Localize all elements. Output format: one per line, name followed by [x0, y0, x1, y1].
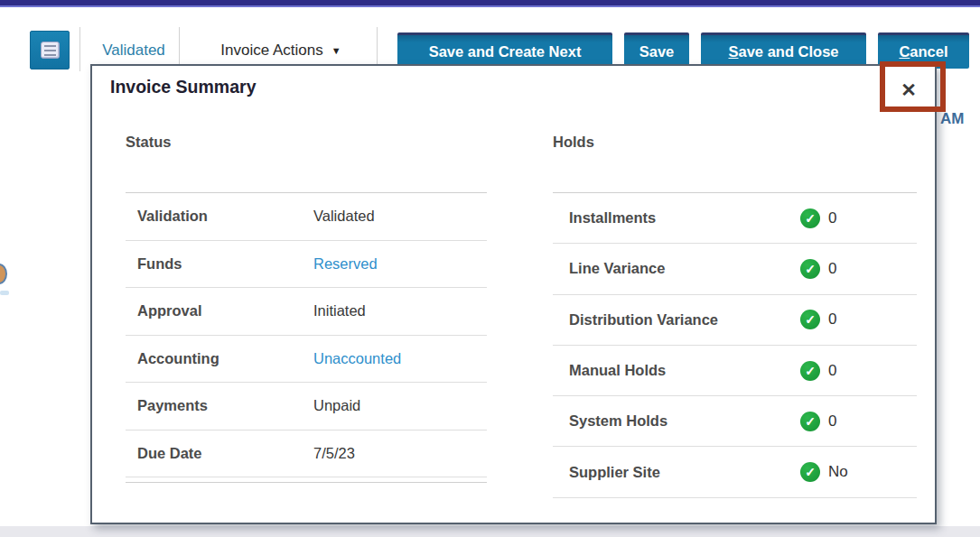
- save-and-create-next-button[interactable]: Save and Create Next: [397, 32, 612, 69]
- holds-row-label: Line Variance: [569, 260, 800, 277]
- dialog-title: Invoice Summary: [110, 77, 256, 97]
- table-row: Approval Initiated: [126, 288, 487, 336]
- holds-row-label: Supplier Site: [569, 464, 800, 481]
- holds-row-label: Distribution Variance: [569, 311, 800, 329]
- toolbar-divider: [79, 27, 80, 71]
- list-icon: [41, 42, 60, 59]
- table-row: Validation Validated: [126, 193, 487, 241]
- holds-row-label: System Holds: [569, 412, 800, 430]
- status-row-label: Due Date: [137, 445, 313, 462]
- status-row-value: Validated: [313, 208, 375, 225]
- partial-cropped-mark: [0, 291, 9, 295]
- success-check-icon: ✓: [800, 310, 820, 329]
- save-button[interactable]: Save: [624, 32, 689, 69]
- status-row-label: Accounting: [137, 350, 313, 367]
- status-row-label: Funds: [137, 255, 313, 273]
- table-row: Payments Unpaid: [126, 383, 487, 431]
- page-footer-strip: [0, 526, 980, 537]
- table-row: System Holds ✓0: [553, 396, 917, 447]
- status-row-value: 7/5/23: [313, 445, 355, 462]
- holds-row-label: Manual Holds: [569, 362, 800, 379]
- status-row-value: Unpaid: [313, 397, 360, 414]
- success-check-icon: ✓: [800, 361, 820, 381]
- status-row-value: Initiated: [313, 302, 366, 319]
- holds-row-value: 0: [828, 260, 836, 278]
- status-row-label: Validation: [137, 208, 313, 225]
- holds-row-value: No: [828, 463, 848, 481]
- success-check-icon: ✓: [800, 259, 820, 279]
- table-row: Accounting Unaccounted: [126, 336, 487, 384]
- table-row: Funds Reserved: [126, 241, 487, 289]
- holds-section-header: Holds: [553, 134, 594, 151]
- table-row: Distribution Variance ✓0: [553, 295, 917, 346]
- status-section-header: Status: [126, 134, 171, 151]
- holds-row-value: 0: [828, 362, 836, 380]
- save-and-close-button[interactable]: Save and Close: [701, 32, 866, 69]
- holds-row-label: Installments: [569, 209, 800, 227]
- accounting-status-link[interactable]: Unaccounted: [313, 350, 401, 367]
- table-row: Due Date 7/5/23: [126, 431, 487, 478]
- funds-status-link[interactable]: Reserved: [313, 255, 378, 273]
- close-button-highlight-annotation: [880, 61, 946, 112]
- holds-row-value: 0: [828, 310, 836, 329]
- partial-cropped-icon: [0, 264, 7, 284]
- table-row: Manual Holds ✓0: [553, 346, 917, 396]
- holds-table: Installments ✓0 Line Variance ✓0 Distrib…: [553, 192, 917, 498]
- table-row: Supplier Site ✓No: [553, 447, 917, 497]
- top-navy-bar: [0, 0, 980, 7]
- status-row-label: Payments: [137, 397, 313, 414]
- holds-row-value: 0: [828, 209, 836, 227]
- table-end-line: [126, 482, 487, 483]
- chevron-down-icon: ▼: [331, 45, 341, 56]
- partial-timestamp-text: AM: [940, 110, 964, 128]
- invoice-list-button[interactable]: [30, 31, 70, 69]
- status-table: Validation Validated Funds Reserved Appr…: [126, 192, 487, 483]
- success-check-icon: ✓: [800, 462, 820, 482]
- holds-row-value: 0: [828, 412, 836, 431]
- invoice-actions-label: Invoice Actions: [220, 42, 322, 59]
- invoice-summary-dialog: Invoice Summary ✕ Status Holds Validatio…: [90, 64, 937, 524]
- success-check-icon: ✓: [800, 412, 820, 431]
- table-row: Installments ✓0: [553, 193, 917, 244]
- table-row: Line Variance ✓0: [553, 244, 917, 294]
- status-row-label: Approval: [137, 302, 313, 319]
- success-check-icon: ✓: [800, 208, 820, 228]
